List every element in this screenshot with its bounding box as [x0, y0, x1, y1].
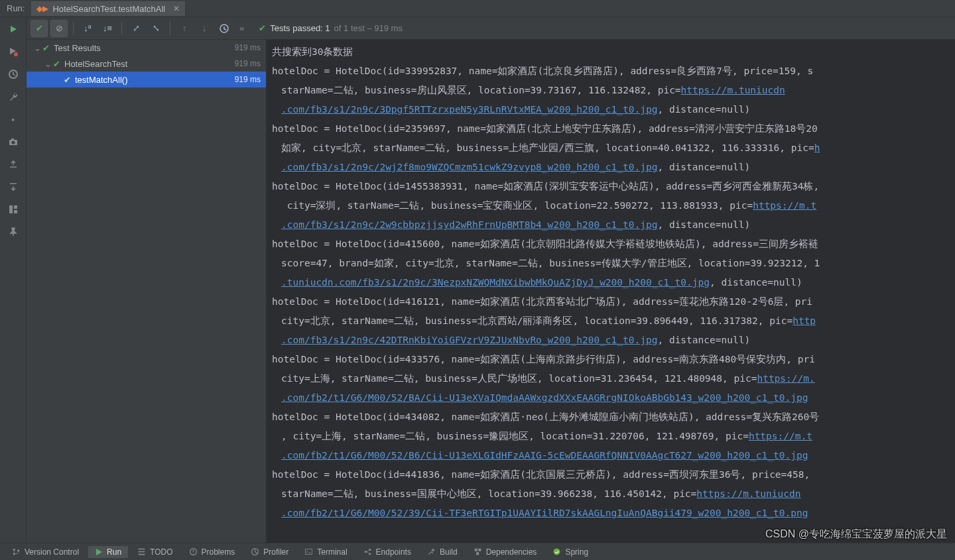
status-suffix: of 1 test – 919 ms [334, 23, 403, 33]
toolwindow-todo[interactable]: TODO [131, 546, 179, 558]
test-history-button[interactable] [216, 20, 233, 37]
layout-icon[interactable] [7, 203, 20, 216]
rerun-icon[interactable] [7, 23, 20, 36]
terminal-icon [304, 547, 313, 556]
run-config-tab[interactable]: ◆▶ HotelSearchTest.testMatchAll ✕ [31, 1, 185, 16]
console-line: score=47, brand=如家, city=北京, starName=二钻… [272, 254, 955, 273]
svg-point-15 [364, 551, 366, 553]
tree-label: HotelSearchTest [64, 59, 235, 69]
toolwindow-spring[interactable]: Spring [546, 546, 595, 558]
pin-icon[interactable] [7, 225, 20, 239]
console-line: .com/fb2/t1/G6/M00/52/B6/Cii-U13eXLGIdHF… [272, 446, 955, 465]
separator [170, 22, 170, 35]
toolwindow-problems[interactable]: Problems [182, 546, 242, 558]
console-link[interactable]: .com/fb2/t1/G6/M00/52/BA/Cii-U13eXVaIQmd… [281, 392, 808, 403]
console-link[interactable]: https://m.t [753, 200, 816, 211]
console-link[interactable]: https://m.tuniucdn [696, 488, 800, 499]
toolwindow-version-control[interactable]: Version Control [5, 546, 86, 558]
collapse-all-button[interactable]: ⤡ [147, 20, 164, 37]
run-icon [95, 548, 103, 556]
toolwindow-dependencies[interactable]: Dependencies [467, 546, 544, 558]
console-line: hotelDoc = HotelDoc(id=339952837, name=如… [272, 62, 955, 81]
tree-root[interactable]: ⌄ ✔ Test Results 919 ms [27, 40, 266, 56]
wrench-icon[interactable] [7, 90, 20, 103]
check-icon: ✔ [53, 59, 60, 69]
tree-time: 919 ms [235, 59, 261, 68]
toolwindow-label: Spring [565, 547, 588, 557]
console-line: city=深圳, starName=二钻, business=宝安商业区, lo… [272, 196, 955, 215]
left-gutter: ▪ [0, 17, 27, 543]
warn-icon [189, 547, 198, 556]
toolwindow-build[interactable]: Build [420, 546, 464, 558]
console-line: .com/fb3/s1/2n9c/2w9cbbpzjjsyd2wRhFrnUpB… [272, 215, 955, 235]
tree-class[interactable]: ⌄ ✔ HotelSearchTest 919 ms [27, 56, 266, 72]
svg-point-11 [17, 549, 19, 551]
svg-rect-4 [11, 139, 14, 140]
console-link[interactable]: .com/fb3/s1/2n9c/3Dpgf5RTTzrxpeN5y3RLnRV… [281, 104, 657, 115]
show-passed-button[interactable]: ✔ [31, 20, 48, 37]
expand-all-button[interactable]: ⤢ [127, 20, 145, 37]
console-line: city=上海, starName=二钻, business=人民广场地区, l… [272, 369, 955, 388]
console-line: hotelDoc = HotelDoc(id=416121, name=如家酒店… [272, 292, 955, 311]
check-icon: ✔ [42, 43, 50, 53]
status-prefix: Tests passed: [270, 23, 323, 33]
passed-count: 1 [325, 23, 330, 33]
toolwindow-label: Problems [202, 547, 235, 557]
console-link[interactable]: .com/fb2/t1/G6/M00/52/B6/Cii-U13eXLGIdHF… [281, 450, 808, 461]
run-label: Run: [7, 3, 25, 13]
sort-duration-button[interactable]: ↓≡ [99, 20, 116, 37]
svg-rect-5 [9, 205, 13, 213]
svg-point-0 [14, 52, 18, 56]
console-link[interactable]: http [793, 315, 816, 326]
toggle-auto-icon[interactable] [7, 68, 20, 81]
prev-failed-button[interactable]: ↑ [176, 20, 193, 37]
console-link[interactable]: https://m. [757, 373, 814, 384]
toolwindow-terminal[interactable]: Terminal [298, 546, 353, 558]
test-toolbar: ✔ ⊘ ↓ª ↓≡ ⤢ ⤡ ↑ ↓ » ✔ Tests passed: 1 of… [27, 17, 955, 40]
show-ignored-button[interactable]: ⊘ [50, 20, 68, 37]
console-link[interactable]: https://m.tuniucdn [681, 85, 785, 95]
tree-time: 919 ms [235, 75, 261, 84]
console-output[interactable]: 共搜索到30条数据hotelDoc = HotelDoc(id=33995283… [267, 40, 955, 543]
sort-alphabetically-button[interactable]: ↓ª [79, 20, 96, 37]
import-icon[interactable] [7, 180, 20, 194]
camera-icon[interactable] [7, 135, 20, 148]
console-link[interactable]: .tuniucdn.com/fb3/s1/2n9c/3NezpxNZWQMdNX… [281, 277, 710, 288]
rerun-failed-icon[interactable] [7, 45, 20, 58]
console-link[interactable]: .com/fb2/t1/G6/M00/52/39/Cii-TF3eRTGITp1… [281, 508, 808, 518]
toolwindow-label: Terminal [317, 547, 347, 557]
chevron-down-icon[interactable]: ⌄ [32, 43, 42, 53]
console-line: starName=二钻, business=国展中心地区, location=3… [272, 484, 955, 504]
console-link[interactable]: h [814, 142, 820, 153]
svg-rect-19 [478, 549, 481, 551]
console-link[interactable]: https://m.t [749, 431, 812, 441]
separator [121, 22, 122, 35]
toolwindow-label: Build [440, 547, 458, 557]
chevron-down-icon[interactable]: ⌄ [42, 59, 53, 69]
toolwindow-profiler[interactable]: Profiler [244, 546, 295, 558]
next-failed-button[interactable]: ↓ [196, 20, 213, 37]
console-line: hotelDoc = HotelDoc(id=441836, name=如家酒店… [272, 465, 955, 484]
todo-icon [137, 547, 146, 556]
build-icon [427, 547, 436, 556]
console-line: starName=二钻, business=房山风景区, location=39… [272, 81, 955, 100]
export-icon[interactable] [7, 158, 20, 171]
console-line: hotelDoc = HotelDoc(id=434082, name=如家酒店… [272, 408, 955, 427]
console-link[interactable]: .com/fb3/s1/2n9c/42DTRnKbiYoiGFVzrV9ZJUx… [281, 335, 657, 345]
branch-icon [12, 547, 21, 556]
toolwindow-label: Profiler [263, 547, 288, 557]
close-icon[interactable]: ✕ [173, 4, 180, 13]
toolwindow-label: Endpoints [376, 547, 411, 557]
tree-method[interactable]: ✔ testMatchAll() 919 ms [27, 72, 266, 87]
toolwindow-label: Dependencies [486, 547, 537, 557]
console-line: .com/fb3/s1/2n9c/3Dpgf5RTTzrxpeN5y3RLnRV… [272, 100, 955, 119]
console-line: .com/fb3/s1/2n9c/2wj2f8mo9WZQCmzm51cwkZ9… [272, 158, 955, 177]
toolwindow-endpoints[interactable]: Endpoints [357, 546, 418, 558]
svg-point-21 [554, 549, 560, 555]
console-link[interactable]: .com/fb3/s1/2n9c/2w9cbbpzjjsyd2wRhFrnUpB… [281, 219, 657, 230]
console-line: city=北京, starName=二钻, business=北京西站/丽泽商务… [272, 311, 955, 331]
more-icon[interactable]: » [239, 23, 244, 33]
console-link[interactable]: .com/fb3/s1/2n9c/2wj2f8mo9WZQCmzm51cwkZ9… [281, 162, 657, 172]
toolwindow-run[interactable]: Run [88, 546, 128, 558]
stop-icon[interactable]: ▪ [7, 113, 20, 126]
